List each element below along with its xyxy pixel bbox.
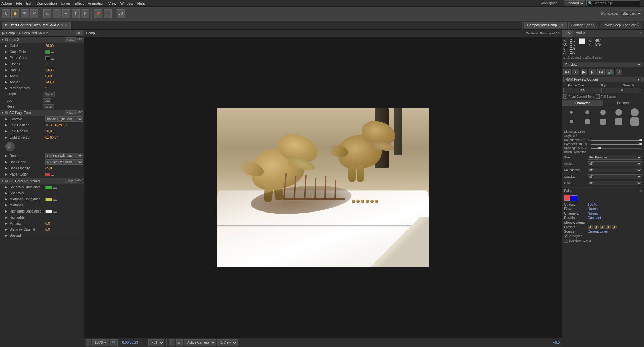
rotation-tool[interactable]: ↺: [30, 9, 38, 18]
preset-btn-2[interactable]: ⚡: [594, 225, 599, 229]
cc-color-neutralizer-checkbox[interactable]: ☑: [5, 179, 8, 183]
group-about-btn[interactable]: Abo: [77, 37, 82, 42]
fold-pos-crosshair[interactable]: ⊕: [45, 123, 48, 127]
midtones-unbalance-swatch[interactable]: [45, 198, 52, 201]
pinning-value[interactable]: 0,0: [45, 222, 83, 225]
aligned-checkbox[interactable]: [564, 234, 568, 238]
puppet-tool[interactable]: 📌: [94, 9, 102, 18]
frame-rate-input[interactable]: [563, 88, 602, 93]
animation-menu[interactable]: Animation: [88, 1, 104, 5]
cc-color-neutralizer-reset[interactable]: Reset: [65, 179, 76, 183]
toggle-transparency-btn[interactable]: ⬚: [169, 339, 175, 346]
clones-triangle[interactable]: ▶: [5, 63, 7, 66]
ellipse-mask-tool[interactable]: ○: [53, 9, 61, 18]
skip-input[interactable]: [603, 88, 641, 93]
controls-triangle[interactable]: ▶: [5, 118, 7, 121]
pen-tool[interactable]: ✒: [62, 9, 70, 18]
blend-value[interactable]: 0,0: [45, 228, 83, 231]
shadows-unbalance-swatch[interactable]: [45, 186, 52, 189]
reset-button-ec[interactable]: Reset: [43, 104, 54, 109]
hardness-slider[interactable]: [591, 144, 642, 145]
edit-menu[interactable]: Edit: [26, 1, 33, 5]
composition-menu[interactable]: Composition: [37, 1, 57, 5]
brush-preset-5[interactable]: [631, 108, 639, 116]
from-current-time-cb[interactable]: [563, 94, 567, 99]
render-triangle[interactable]: ▶: [5, 154, 7, 157]
composition-tab[interactable]: Composition: Comp 1 ▼: [524, 22, 567, 29]
opacity-select[interactable]: off: [588, 174, 642, 179]
ram-preview-dropdown[interactable]: ▼: [637, 78, 640, 81]
layer-menu[interactable]: Layer: [61, 1, 71, 5]
search-help-box[interactable]: 🔍 Search Help: [586, 0, 640, 6]
render-select[interactable]: Front & Back Page: [45, 153, 83, 158]
step-back-btn[interactable]: ⏴: [572, 69, 579, 75]
rect-mask-tool[interactable]: ▭: [43, 9, 51, 18]
max-samples-value[interactable]: 9: [45, 86, 83, 90]
back-page-triangle[interactable]: ▶: [5, 161, 7, 164]
light-direction-value[interactable]: 0x-60,0°: [45, 136, 83, 139]
highlights-triangle[interactable]: ▶: [5, 216, 7, 219]
fold-radius-triangle[interactable]: ▶: [5, 130, 7, 133]
roundness-slider[interactable]: [591, 140, 642, 141]
pinning-triangle[interactable]: ▶: [5, 222, 7, 225]
hand-tool[interactable]: ✋: [11, 9, 19, 18]
brush-preset-2[interactable]: [585, 110, 589, 114]
character-tab[interactable]: Character: [562, 100, 603, 106]
workspace-selector[interactable]: Standard: [564, 0, 585, 6]
expand-icon[interactable]: ▶: [2, 31, 5, 35]
fold-pos-triangle[interactable]: ▶: [5, 124, 7, 127]
resolution-select[interactable]: Full Half: [148, 339, 164, 346]
brushes-tab[interactable]: Brushes: [603, 100, 644, 106]
shadows-unbalance-triangle[interactable]: ▶: [5, 186, 7, 189]
camera-orbit-tool[interactable]: 🎥: [104, 9, 112, 18]
back-opacity-triangle[interactable]: ▶: [5, 167, 7, 170]
right-panel-close[interactable]: ✕: [639, 30, 644, 37]
plane-color-triangle[interactable]: ▶: [5, 56, 7, 60]
brush-preset-4[interactable]: [615, 109, 622, 116]
zoom-selector[interactable]: 100% ▼: [92, 339, 109, 346]
footage-tab[interactable]: Footage: (none): [568, 22, 598, 29]
radius-triangle[interactable]: ▶: [5, 69, 7, 72]
shadows-triangle[interactable]: ▶: [5, 192, 7, 195]
brush-preset-10[interactable]: [630, 117, 639, 126]
cc-page-turn-checkbox[interactable]: ☑: [5, 111, 8, 115]
log-button[interactable]: Log: [43, 98, 51, 103]
view-select[interactable]: 1 View: [217, 339, 238, 346]
window-menu[interactable]: Window: [120, 1, 133, 5]
workspace-dropdown[interactable]: Standard: [621, 10, 642, 17]
plane-color-swatch[interactable]: [45, 56, 50, 60]
text-tool[interactable]: T: [72, 9, 80, 18]
selection-tool[interactable]: ↖: [2, 9, 10, 18]
layer-tab[interactable]: Layer: Deep Red Solid 2: [600, 22, 642, 29]
file-menu[interactable]: File: [16, 1, 22, 5]
angle1-value[interactable]: 0,69: [45, 74, 83, 78]
paper-color-swatch[interactable]: [45, 173, 50, 176]
light-direction-dial[interactable]: [5, 142, 15, 151]
blend-triangle[interactable]: ▶: [5, 228, 7, 231]
fold-position-value[interactable]: 342,0,297,0: [49, 123, 67, 127]
brush-preset-6[interactable]: [570, 120, 573, 123]
lock-source-checkbox[interactable]: [564, 239, 568, 243]
controls-select[interactable]: Bottom Right Corn: [45, 116, 83, 122]
viewer-canvas[interactable]: [217, 108, 429, 267]
preview-dropdown-icon[interactable]: ▼: [637, 63, 641, 67]
loop-btn[interactable]: ↺: [616, 69, 622, 75]
effect-menu[interactable]: Effect: [74, 1, 84, 5]
group-reset-btn[interactable]: Reset: [65, 37, 76, 42]
back-page-select[interactable]: 4. Deep Red Solid: [45, 159, 83, 165]
flow-select[interactable]: off: [588, 181, 642, 185]
cc-page-turn-reset[interactable]: Reset: [65, 110, 76, 115]
full-screen-cb[interactable]: [596, 94, 600, 99]
viewer-region-btn[interactable]: ⌗: [86, 339, 91, 346]
go-to-start-btn[interactable]: ⏮: [563, 69, 571, 75]
play-btn[interactable]: ▶: [581, 69, 587, 75]
angle2-triangle[interactable]: ▶: [5, 81, 7, 84]
paint-close-btn[interactable]: ✕: [639, 189, 642, 193]
clone-stamp-tool[interactable]: ⎘: [81, 9, 89, 18]
cube-color-swatch[interactable]: [45, 50, 50, 54]
cc-page-turn-about[interactable]: Abo: [77, 110, 82, 115]
angle2-value[interactable]: 143,00: [45, 80, 83, 84]
cc-page-turn-triangle[interactable]: ▼: [1, 111, 4, 114]
ram-preview-options-bar[interactable]: RAM Preview Options ▼: [563, 77, 643, 82]
resolution-select-prev[interactable]: Auto Full Half: [643, 88, 644, 93]
